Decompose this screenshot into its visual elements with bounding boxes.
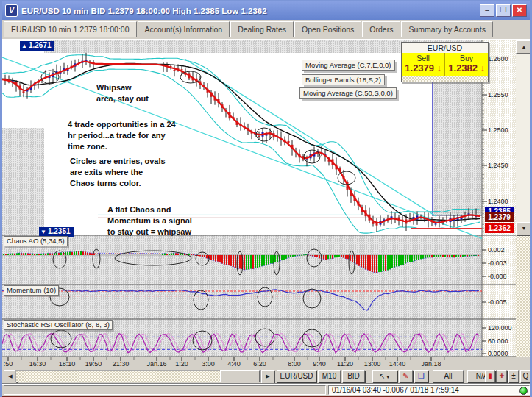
indicator-scroll-track[interactable]	[516, 235, 531, 357]
marker-bid-price: 1.2379	[485, 212, 514, 222]
chaos-ao-label[interactable]: Chaos AO (5,34,5)	[4, 236, 68, 246]
restore-button[interactable]: ❐	[496, 4, 511, 17]
tab-accounts-information[interactable]: Account(s) Information	[138, 21, 230, 37]
momentum-panel	[2, 285, 482, 319]
all-button[interactable]: All	[433, 370, 464, 382]
shapes-icon: ❒	[418, 372, 425, 380]
draw-tool-button[interactable]: ✎	[399, 370, 413, 382]
status-bar: 01/16/04 03:40 -0.0067 01/18 17:59:14	[2, 383, 530, 396]
v-scrollbar[interactable]	[516, 40, 531, 235]
annotation-flat-chaos: A flat Chaos and Momentum is a signal to…	[107, 204, 192, 237]
plus-minus-icon: ±	[511, 372, 516, 380]
tab-orders[interactable]: Orders	[362, 21, 400, 37]
time-axis-strip	[2, 357, 516, 368]
minimize-button[interactable]: –	[480, 4, 494, 17]
pointer-icon: ↖	[379, 372, 385, 380]
symbol-button[interactable]: EUR/USD	[277, 370, 316, 382]
marker-low-price: 1.2362	[485, 223, 514, 233]
momentum-label[interactable]: Momentum (10)	[4, 285, 59, 296]
pencil-icon: ✎	[402, 372, 408, 380]
flag-down-icon: ▼	[40, 229, 46, 235]
buy-down-arrow-icon: ↓	[480, 63, 485, 74]
quote-symbol: EUR/USD	[402, 43, 488, 53]
annotation-trades: 4 trade opportunities in a 24 hr period.…	[68, 119, 176, 152]
app-icon: V	[5, 4, 18, 17]
flag-up-icon: ▲	[21, 43, 27, 49]
window-title: EUR/USD 10 min BID 1.2379 18:00:00 High …	[21, 7, 478, 15]
price-axis-area	[482, 40, 516, 357]
pointer-tool-button[interactable]: ↖▼	[372, 370, 397, 382]
status-info: 01/16/04 03:40 -0.0067 01/18 17:59:14	[328, 385, 530, 395]
sell-quote-button[interactable]: Sell 1.2379 ↓	[402, 53, 445, 76]
plus-minus-button[interactable]: ±	[508, 370, 519, 382]
shapes-tool-button[interactable]: ❒	[414, 370, 428, 382]
tab-open-positions[interactable]: Open Positions	[294, 21, 361, 37]
quote-panel: EUR/USD Sell 1.2379 ↓ Buy 1.2382 ↓	[401, 42, 489, 82]
quote-icon: Q	[523, 372, 529, 380]
price-type-button[interactable]: BID	[342, 370, 365, 382]
scroll-up-button[interactable]: ▲	[516, 40, 532, 54]
quote-window-button[interactable]: Q	[520, 370, 531, 382]
connection-led-icon	[519, 387, 528, 395]
tab-chart[interactable]: EUR/USD 10 min 1.2379 18:00:00	[4, 21, 137, 37]
candle-icon: ▮	[488, 372, 492, 380]
bottom-toolbar: ◀ ▶ EUR/USD M10 BID ↖▼ ✎ ❒ All N/A ▮ ✚ ±…	[2, 368, 530, 384]
legend-bollinger-bands[interactable]: Bollinger Bands (18,S,2)	[302, 74, 385, 85]
scroll-down-button[interactable]: ▼	[516, 222, 532, 235]
price-flag-high: ▲1.2671	[20, 41, 54, 51]
scroll-right-button[interactable]: ▶	[261, 370, 274, 384]
sell-down-arrow-icon: ↓	[437, 63, 441, 74]
annotation-circles: Circles are entries, ovals are exits whe…	[70, 156, 166, 189]
title-bar: V EUR/USD 10 min BID 1.2379 18:00:00 Hig…	[2, 1, 530, 20]
tab-bar: EUR/USD 10 min 1.2379 18:00:00 Account(s…	[2, 20, 530, 40]
stochastic-rsi-label[interactable]: Stochastic RSI Oscillator (8, 8, 3)	[4, 320, 113, 330]
close-button[interactable]: ✕	[512, 4, 527, 17]
chaos-ao-panel	[2, 235, 482, 285]
crosses-icon: ✚	[500, 373, 505, 379]
legend-moving-average-50[interactable]: Moving Average (C,50,S,0,0)	[299, 87, 397, 99]
tab-dealing-rates[interactable]: Dealing Rates	[230, 21, 294, 37]
dropdown-arrow-icon: ▼	[386, 374, 391, 379]
trading-app-window: V EUR/USD 10 min BID 1.2379 18:00:00 Hig…	[0, 0, 532, 397]
annotation-whipsaw: Whipsaw area, stay out	[96, 82, 149, 104]
period-button[interactable]: M10	[318, 370, 341, 382]
tab-summary-by-accounts[interactable]: Summary by Accounts	[401, 21, 492, 37]
candle-chart-button[interactable]: ▮	[485, 370, 495, 382]
h-scroll-thumb[interactable]	[220, 370, 260, 382]
buy-quote-button[interactable]: Buy 1.2382 ↓	[445, 53, 488, 76]
crosshair-button[interactable]: ✚	[497, 370, 507, 382]
status-left-panel	[4, 385, 326, 395]
legend-moving-average-7[interactable]: Moving Average (C,7,E,0,0)	[302, 60, 395, 71]
chart-offrange-left	[2, 128, 44, 235]
